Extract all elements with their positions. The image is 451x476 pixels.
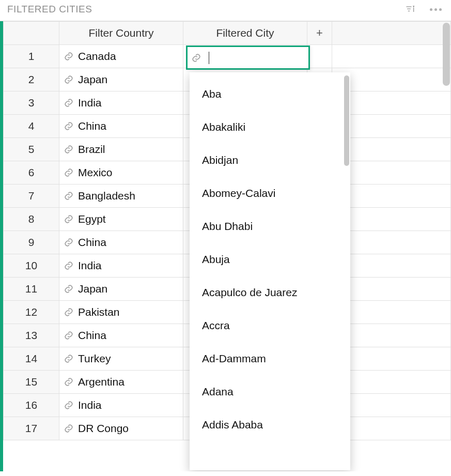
country-value: Brazil — [78, 143, 105, 156]
row-number[interactable]: 17 — [4, 417, 59, 440]
link-icon — [64, 191, 74, 201]
data-grid[interactable]: Filter Country Filtered City + 1 Canada — [3, 21, 451, 471]
row-number[interactable]: 5 — [4, 138, 59, 161]
country-value: India — [78, 97, 102, 109]
dropdown-item[interactable]: Abu Dhabi — [190, 210, 350, 243]
cell-country[interactable]: Bangladesh — [59, 185, 183, 208]
panel-header: FILTERED CITIES — [0, 0, 451, 21]
cell-country[interactable]: Japan — [59, 278, 183, 301]
link-icon — [64, 51, 74, 62]
cell-country[interactable]: Pakistan — [59, 301, 183, 324]
row-number[interactable]: 6 — [4, 161, 59, 185]
active-cell-editor[interactable] — [186, 45, 310, 70]
link-icon — [191, 53, 201, 63]
panel-title: FILTERED CITIES — [7, 4, 92, 15]
country-value: India — [78, 259, 102, 272]
country-value: Turkey — [78, 352, 111, 365]
country-value: Canada — [78, 50, 116, 63]
row-number[interactable]: 15 — [4, 371, 59, 394]
app-root: FILTERED CITIES — [0, 0, 451, 476]
header-row: Filter Country Filtered City + — [4, 22, 451, 45]
row-number[interactable]: 4 — [4, 115, 59, 138]
text-cursor — [209, 52, 209, 64]
cell-filler-1 — [307, 45, 332, 68]
country-value: Argentina — [78, 376, 125, 388]
cell-country[interactable]: Mexico — [59, 161, 183, 185]
row-number[interactable]: 9 — [4, 231, 59, 254]
dropdown-item[interactable]: Abuja — [190, 243, 350, 276]
dropdown-item[interactable]: Abomey-Calavi — [190, 177, 350, 210]
city-autocomplete-dropdown[interactable]: Aba Abakaliki Abidjan Abomey-Calavi Abu … — [190, 72, 350, 470]
cell-filler-2 — [332, 45, 451, 68]
more-options-button[interactable] — [428, 6, 444, 13]
country-value: Japan — [78, 283, 107, 295]
country-value: China — [78, 329, 106, 342]
cell-country[interactable]: China — [59, 115, 183, 138]
cell-country[interactable]: Canada — [59, 45, 183, 68]
row-number[interactable]: 12 — [4, 301, 59, 324]
link-icon — [64, 307, 74, 317]
link-icon — [64, 167, 74, 178]
country-value: Japan — [78, 73, 107, 86]
row-number[interactable]: 11 — [4, 278, 59, 301]
link-icon — [64, 121, 74, 131]
dropdown-scrollbar-thumb[interactable] — [344, 75, 349, 166]
dropdown-item[interactable]: Aba — [190, 78, 350, 111]
row-number[interactable]: 2 — [4, 68, 59, 91]
row-number[interactable]: 13 — [4, 324, 59, 347]
link-icon — [64, 284, 74, 294]
link-icon — [64, 74, 74, 85]
cell-country[interactable]: India — [59, 254, 183, 278]
link-icon — [64, 400, 74, 410]
row-number[interactable]: 1 — [4, 45, 59, 68]
row-number[interactable]: 3 — [4, 91, 59, 115]
dropdown-list: Aba Abakaliki Abidjan Abomey-Calavi Abu … — [190, 72, 350, 447]
dropdown-item[interactable]: Addis Ababa — [190, 408, 350, 441]
dropdown-item[interactable]: Ad-Dammam — [190, 342, 350, 375]
header-corner — [4, 22, 59, 45]
country-value: China — [78, 236, 106, 249]
cell-country[interactable]: DR Congo — [59, 417, 183, 440]
link-icon — [64, 260, 74, 271]
row-number[interactable]: 14 — [4, 347, 59, 371]
link-icon — [64, 237, 74, 248]
header-actions — [404, 3, 444, 16]
country-value: Mexico — [78, 166, 113, 179]
cell-country[interactable]: India — [59, 394, 183, 417]
row-number[interactable]: 10 — [4, 254, 59, 278]
cell-country[interactable]: Argentina — [59, 371, 183, 394]
link-icon — [64, 423, 74, 434]
dropdown-item[interactable]: Adana — [190, 375, 350, 408]
column-header-city[interactable]: Filtered City — [183, 22, 307, 45]
link-icon — [64, 98, 74, 108]
grid-container: Filter Country Filtered City + 1 Canada — [0, 21, 451, 471]
country-value: Egypt — [78, 213, 106, 225]
column-header-country[interactable]: Filter Country — [59, 22, 183, 45]
cell-country[interactable]: China — [59, 231, 183, 254]
link-icon — [64, 330, 74, 341]
cell-country[interactable]: Turkey — [59, 347, 183, 371]
dropdown-item[interactable]: Abidjan — [190, 144, 350, 177]
add-column-button[interactable]: + — [307, 22, 332, 45]
header-filler — [332, 22, 451, 45]
country-value: DR Congo — [78, 422, 129, 435]
cell-country[interactable]: Egypt — [59, 208, 183, 231]
link-icon — [64, 144, 74, 155]
cell-country[interactable]: Brazil — [59, 138, 183, 161]
row-number[interactable]: 16 — [4, 394, 59, 417]
row-number[interactable]: 8 — [4, 208, 59, 231]
link-icon — [64, 214, 74, 224]
filter-icon[interactable] — [404, 3, 416, 16]
row-number[interactable]: 7 — [4, 185, 59, 208]
dropdown-item[interactable]: Accra — [190, 309, 350, 342]
link-icon — [64, 354, 74, 364]
dropdown-item[interactable]: Acapulco de Juarez — [190, 276, 350, 309]
country-value: China — [78, 120, 106, 132]
cell-country[interactable]: India — [59, 91, 183, 115]
grid-scrollbar-thumb[interactable] — [443, 23, 450, 86]
cell-country[interactable]: Japan — [59, 68, 183, 91]
country-value: Pakistan — [78, 306, 120, 318]
country-value: Bangladesh — [78, 190, 135, 202]
cell-country[interactable]: China — [59, 324, 183, 347]
dropdown-item[interactable]: Abakaliki — [190, 111, 350, 144]
